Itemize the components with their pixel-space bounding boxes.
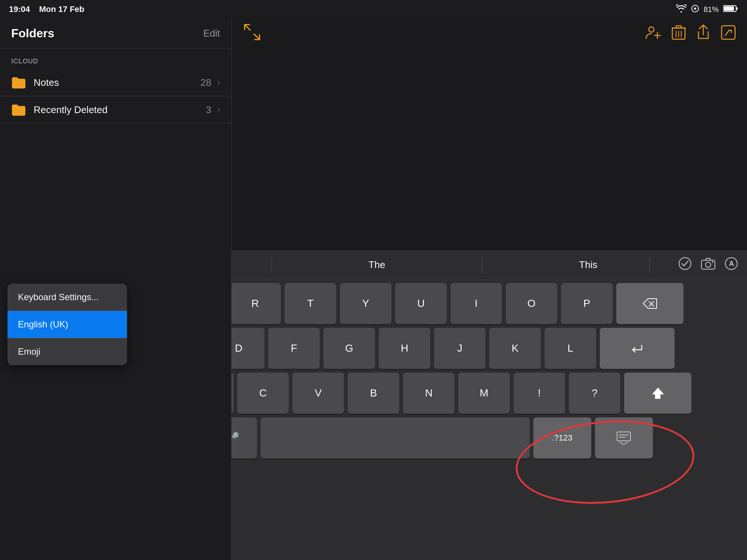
svg-line-6 [254, 34, 260, 40]
suggestion-divider-2 [482, 258, 482, 273]
space-key[interactable] [261, 417, 530, 458]
battery-icon [723, 5, 738, 14]
suggestion-3[interactable]: This [571, 256, 605, 274]
key-k[interactable]: K [489, 328, 541, 369]
resize-icon[interactable] [243, 23, 261, 44]
notes-item-count: 28 [201, 77, 211, 88]
key-i[interactable]: I [450, 283, 502, 324]
key-r[interactable]: R [229, 283, 281, 324]
checkmark-icon[interactable] [678, 257, 692, 273]
backspace-key[interactable] [616, 283, 684, 324]
sidebar-section-icloud: ICLOUD [0, 49, 231, 69]
recently-deleted-item-name: Recently Deleted [34, 104, 206, 116]
sidebar-header: Folders Edit [0, 19, 231, 49]
emoji-option[interactable]: Emoji [7, 338, 127, 365]
camera-icon[interactable] [701, 257, 716, 273]
sidebar-item-recently-deleted[interactable]: Recently Deleted 3 › [0, 96, 231, 124]
svg-point-32 [712, 261, 713, 263]
svg-rect-37 [617, 432, 630, 441]
svg-point-29 [679, 258, 691, 270]
suggestion-divider-1 [272, 258, 272, 273]
notes-chevron-icon: › [217, 78, 220, 87]
svg-line-17 [725, 30, 729, 35]
sidebar-title: Folders [11, 27, 55, 40]
sidebar-edit-button[interactable]: Edit [203, 28, 220, 39]
add-person-icon[interactable] [645, 24, 661, 43]
key-t[interactable]: T [285, 283, 336, 324]
svg-point-1 [694, 7, 696, 10]
toolbar-right [645, 24, 736, 43]
key-o[interactable]: O [506, 283, 557, 324]
recently-deleted-item-count: 3 [206, 104, 211, 116]
key-p[interactable]: P [561, 283, 613, 324]
svg-text:A: A [729, 260, 734, 267]
svg-rect-3 [736, 7, 738, 10]
compose-icon[interactable] [721, 25, 736, 43]
svg-point-31 [706, 262, 711, 267]
main-content [232, 19, 747, 250]
svg-rect-16 [722, 26, 735, 39]
status-right-icons: 81% [676, 4, 738, 15]
main-toolbar [232, 19, 747, 49]
status-time-date: 19:04 Mon 17 Feb [9, 4, 84, 14]
shift-key-right[interactable] [624, 373, 691, 414]
key-j[interactable]: J [434, 328, 486, 369]
sidebar-item-notes[interactable]: Notes 28 › [0, 69, 231, 96]
keyboard-hide-key[interactable] [595, 417, 653, 458]
english-uk-option[interactable]: English (UK) [7, 311, 127, 338]
key-l[interactable]: L [545, 328, 596, 369]
key-c[interactable]: C [237, 373, 289, 414]
key-f[interactable]: F [268, 328, 320, 369]
key-g[interactable]: G [323, 328, 375, 369]
key-m[interactable]: M [458, 373, 510, 414]
svg-rect-12 [676, 26, 681, 28]
status-time: 19:04 [9, 4, 30, 14]
toolbar-left [243, 23, 261, 44]
keyboard-settings-option[interactable]: Keyboard Settings... [7, 284, 127, 311]
recently-deleted-chevron-icon: › [217, 105, 220, 115]
notes-folder-icon [11, 76, 26, 89]
recently-deleted-folder-icon [11, 103, 26, 116]
suggestion-2[interactable]: The [361, 256, 393, 274]
wifi-icon [676, 4, 686, 15]
autocomplete-actions: A [650, 257, 747, 273]
key-u[interactable]: U [395, 283, 447, 324]
svg-point-7 [649, 27, 654, 32]
status-bar: 19:04 Mon 17 Feb 81% [0, 0, 747, 19]
key-question[interactable]: ? [569, 373, 620, 414]
share-icon[interactable] [696, 24, 710, 43]
svg-rect-4 [724, 6, 734, 11]
notes-item-name: Notes [34, 77, 201, 88]
key-h[interactable]: H [379, 328, 430, 369]
accessibility-icon[interactable]: A [725, 257, 738, 273]
key-v[interactable]: V [292, 373, 344, 414]
trash-icon[interactable] [672, 24, 686, 43]
key-b[interactable]: B [348, 373, 399, 414]
battery-percent: 81% [704, 5, 719, 14]
key-y[interactable]: Y [340, 283, 391, 324]
location-icon [691, 4, 699, 15]
keyboard-dropdown-menu: Keyboard Settings... English (UK) Emoji [7, 284, 127, 365]
return-key[interactable] [600, 328, 675, 369]
key-exclamation[interactable]: ! [514, 373, 565, 414]
key-n[interactable]: N [403, 373, 455, 414]
svg-line-5 [245, 25, 250, 30]
numbers-key-right[interactable]: .?123 [533, 417, 591, 458]
status-date: Mon 17 Feb [39, 4, 84, 14]
